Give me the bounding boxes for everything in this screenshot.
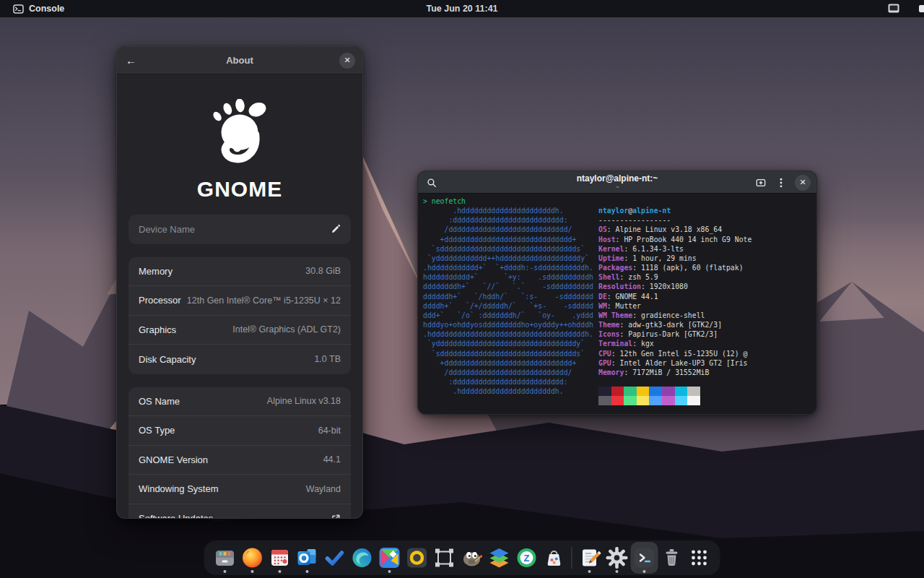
info-line: Host: HP ProBook 440 14 inch G9 Note <box>598 235 812 244</box>
palette-swatch <box>637 396 650 405</box>
info-row: Memory 30.8 GiB <box>128 257 351 287</box>
info-line: Terminal: kgx <box>598 339 812 348</box>
neofetch-info: ntaylor@alpine-nt ----------------- OS: … <box>598 206 812 405</box>
palette-swatch <box>649 396 662 405</box>
info-line: Memory: 7172MiB / 31552MiB <box>598 368 812 377</box>
colon: : <box>624 368 632 376</box>
back-button[interactable]: ← <box>126 54 136 66</box>
gnome-logo: GNOME <box>128 99 351 202</box>
colon: : <box>616 236 624 243</box>
about-window: ← About ✕ GNOME <box>116 46 363 519</box>
os-card: OS Name Alpine Linux v3.18 OS Type 64-bi… <box>128 387 351 519</box>
palette-swatch <box>687 396 700 405</box>
dock-separator <box>572 547 572 569</box>
dock-layers-icon[interactable] <box>486 542 513 574</box>
system-status-area[interactable] <box>888 4 899 13</box>
dock-tangram-icon[interactable] <box>376 542 404 574</box>
close-button[interactable]: ✕ <box>339 53 355 69</box>
os-rows: OS Name Alpine Linux v3.18 OS Type 64-bi… <box>128 387 351 504</box>
software-updates-row[interactable]: Software Updates <box>128 504 351 519</box>
about-headerbar[interactable]: ← About ✕ <box>117 47 362 74</box>
terminal-subtitle: ~ <box>577 184 658 191</box>
info-line: Resolution: 1920x1080 <box>598 282 812 291</box>
desktop: Console Tue Jun 20 11:41 ← About ✕ <box>0 0 924 578</box>
info-line: CPU: 12th Gen Intel i5-1235U (12) @ <box>598 349 812 358</box>
colon: : <box>607 293 616 301</box>
colon: : <box>632 340 641 348</box>
colon: : <box>620 273 629 281</box>
palette-swatch <box>598 396 611 405</box>
info-line: Theme: adw-gtk3-dark [GTK2/3] <box>598 320 812 329</box>
new-window-icon[interactable] <box>753 175 769 191</box>
dock-firefox-icon[interactable] <box>239 542 266 574</box>
palette-swatch <box>611 387 624 396</box>
info-line: Kernel: 6.1.34-3-lts <box>598 244 812 254</box>
palette-swatch <box>662 396 675 405</box>
dock: Z <box>204 540 720 575</box>
user-host-line: ntaylor@alpine-nt <box>598 206 812 215</box>
info-row: Processor 12th Gen Intel® Core™ i5-1235U… <box>128 286 351 316</box>
device-name-row[interactable]: Device Name <box>128 215 351 244</box>
dock-calendar-icon[interactable] <box>266 542 294 574</box>
terminal-headerbar[interactable]: ntaylor@alpine-nt:~ ~ ✕ <box>418 171 816 194</box>
terminal-title: ntaylor@alpine-nt:~ <box>577 174 658 183</box>
dock-gimp-icon[interactable] <box>458 542 486 574</box>
edit-pencil-icon[interactable] <box>331 224 341 234</box>
colon: : <box>632 264 641 272</box>
gnome-wordmark: GNOME <box>197 177 282 202</box>
external-link-icon <box>331 514 341 519</box>
system-menu-partial-icon[interactable] <box>919 5 924 12</box>
info-row: OS Name Alpine Linux v3.18 <box>128 387 351 417</box>
close-icon[interactable]: ✕ <box>795 175 811 191</box>
dock-console-icon[interactable] <box>631 542 658 574</box>
info-line: WM Theme: gradience-shell <box>598 311 812 320</box>
clock[interactable]: Tue Jun 20 11:41 <box>0 4 924 14</box>
hardware-rows: Memory 30.8 GiB Processor 12th Gen Intel… <box>128 257 351 374</box>
menu-kebab-icon[interactable] <box>773 175 789 191</box>
dock-files-icon[interactable] <box>212 542 239 574</box>
dock-settings-icon[interactable] <box>603 542 631 574</box>
info-row: Windowing System Wayland <box>128 475 351 504</box>
colon: : <box>641 282 650 290</box>
colon: : <box>624 245 632 253</box>
info-row: GNOME Version 44.1 <box>128 446 351 475</box>
dock-app-grid-icon[interactable] <box>686 542 713 574</box>
dock-outlook-icon[interactable] <box>294 542 321 574</box>
palette-swatch <box>611 396 624 405</box>
screen-share-icon <box>888 4 899 13</box>
colon: : <box>607 225 616 233</box>
search-icon[interactable] <box>424 175 440 191</box>
terminal-window: ntaylor@alpine-nt:~ ~ ✕ > neofetch .hddd… <box>417 171 817 415</box>
dock-todo-check-icon[interactable] <box>321 542 349 574</box>
palette-swatch <box>637 387 650 396</box>
dock-software-store-icon[interactable] <box>541 542 568 574</box>
colon: : <box>607 302 616 310</box>
info-line: Uptime: 1 hour, 29 mins <box>598 254 812 263</box>
dock-edge-icon[interactable] <box>349 542 376 574</box>
dock-z-meeting-icon[interactable]: Z <box>513 542 541 574</box>
info-row: Disk Capacity 1.0 TB <box>128 345 351 374</box>
colon: : <box>620 330 629 338</box>
info-row: Graphics Intel® Graphics (ADL GT2) <box>128 316 351 345</box>
info-line: Packages: 1118 (apk), 60 (flatpak) <box>598 263 812 272</box>
dock-text-editor-icon[interactable] <box>576 542 603 574</box>
gnome-foot-icon <box>199 99 280 170</box>
palette-swatch <box>624 387 637 396</box>
colon: : <box>624 254 632 262</box>
colon: : <box>632 311 641 319</box>
dock-trash-icon[interactable] <box>658 542 686 574</box>
dock-boxes-icon[interactable] <box>431 542 458 574</box>
palette-swatch <box>662 387 675 396</box>
colon: : <box>620 321 629 329</box>
dock-music-player-icon[interactable] <box>404 542 431 574</box>
palette-swatch <box>675 387 688 396</box>
about-window-title: About <box>226 55 253 66</box>
command-text: neofetch <box>432 197 466 205</box>
info-line: GPU: Intel Alder Lake-UP3 GT2 [Iris <box>598 358 812 368</box>
terminal-title-block: ntaylor@alpine-nt:~ ~ <box>577 174 658 191</box>
prompt-line: > neofetch <box>423 197 816 206</box>
svg-text:Z: Z <box>524 553 530 564</box>
terminal-body[interactable]: > neofetch .hddddddddddddddddddddddh. :d… <box>418 194 816 405</box>
divider-line: ----------------- <box>598 215 812 225</box>
palette-swatch <box>624 396 637 405</box>
